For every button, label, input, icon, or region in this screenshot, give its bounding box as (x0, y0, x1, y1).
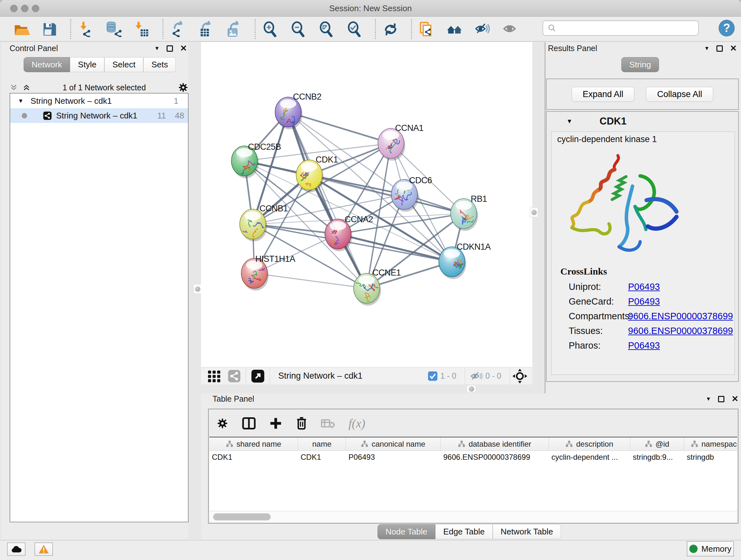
tab-node-table[interactable]: Node Table (378, 524, 435, 539)
network-graph[interactable]: CCNB2CCNA1CDC25BCDK1CDC6RB1CCNB1CCNA2CDK… (201, 42, 532, 367)
zoom-out-icon[interactable] (289, 19, 307, 39)
crosslink-link[interactable]: 9606.ENSP00000378699 (628, 326, 733, 336)
float-panel-icon[interactable] (166, 45, 173, 52)
hide-selected-icon[interactable] (474, 19, 492, 39)
column-header-name[interactable]: name (298, 437, 346, 450)
svg-text:CCNE1: CCNE1 (373, 268, 401, 277)
network-share-toggle-icon[interactable] (228, 370, 241, 382)
tab-style[interactable]: Style (70, 57, 105, 72)
tab-sets[interactable]: Sets (143, 57, 176, 72)
export-image-icon[interactable] (225, 19, 243, 39)
float-panel-icon[interactable] (717, 45, 723, 52)
export-network-icon[interactable] (169, 19, 187, 39)
collapse-all-button[interactable]: Collapse All (646, 87, 713, 102)
network-collection-row[interactable]: ▼ String Network – cdk1 1 (10, 94, 188, 108)
panel-menu-caret-icon[interactable]: ▼ (705, 396, 711, 402)
close-panel-icon[interactable]: ✕ (180, 44, 187, 53)
table-row[interactable]: CDK1CDK1P064939606.ENSP00000378699cyclin… (209, 451, 737, 463)
crosslink-label: Tissues: (569, 326, 628, 336)
table-settings-gear-icon[interactable] (216, 417, 228, 429)
cloud-button[interactable] (7, 543, 25, 556)
search-box[interactable] (542, 20, 699, 36)
column-header-canonicalname[interactable]: canonical name (346, 437, 441, 450)
expand-all-button[interactable]: Expand All (571, 87, 635, 102)
table-cell[interactable]: stringdb (684, 451, 737, 463)
cloud-icon (10, 545, 22, 553)
float-panel-icon[interactable] (718, 396, 724, 402)
collapse-all-chevron-icon[interactable] (10, 83, 18, 91)
crosslink-link[interactable]: P06493 (628, 340, 660, 351)
fit-crosshair-icon[interactable] (513, 369, 527, 383)
zoom-in-icon[interactable] (261, 19, 279, 39)
protein-name: CDK1 (600, 116, 626, 127)
node-table[interactable]: shared namenamecanonical namedatabase id… (209, 437, 737, 511)
help-icon[interactable]: ? (719, 20, 735, 37)
selected-checkbox-icon[interactable] (428, 371, 438, 381)
tab-edge-table[interactable]: Edge Table (435, 524, 493, 539)
column-header-description[interactable]: description (549, 437, 630, 450)
current-network-dot-icon (22, 113, 27, 118)
network-row-selected[interactable]: String Network – cdk1 11 48 (10, 108, 188, 123)
collection-count: 1 (174, 96, 179, 106)
warnings-button[interactable] (35, 543, 53, 556)
svg-text:RB1: RB1 (471, 194, 487, 204)
home-icon[interactable] (446, 19, 464, 39)
gear-icon[interactable] (178, 82, 189, 93)
collection-caret-icon[interactable]: ▼ (18, 98, 23, 105)
birds-eye-view-icon[interactable] (251, 369, 265, 383)
network-share-icon (43, 111, 52, 120)
section-caret-icon[interactable]: ▼ (566, 118, 572, 125)
bottom-splitter-handle[interactable] (467, 385, 476, 393)
table-cell[interactable]: cyclin-dependent ... (549, 451, 630, 463)
svg-text:CDK1: CDK1 (316, 155, 338, 165)
table-cell[interactable]: CDK1 (209, 451, 298, 463)
network-canvas[interactable]: CCNB2CCNA1CDC25BCDK1CDC6RB1CCNB1CCNA2CDK… (201, 42, 532, 367)
crosslink-link[interactable]: 9606.ENSP00000378699 (628, 311, 733, 321)
table-cell[interactable]: 9606.ENSP00000378699 (441, 451, 549, 463)
table-hscrollbar[interactable] (209, 511, 737, 522)
delete-column-trash-icon[interactable] (295, 417, 308, 430)
table-cell[interactable]: CDK1 (298, 451, 346, 463)
duplicate-network-icon[interactable] (418, 19, 435, 39)
import-network-database-icon[interactable] (105, 19, 123, 39)
tab-network-table[interactable]: Network Table (493, 524, 561, 539)
import-table-icon[interactable] (133, 19, 151, 39)
warning-icon (38, 544, 49, 554)
column-header-id[interactable]: @id (630, 437, 684, 450)
tab-network[interactable]: Network (23, 57, 70, 72)
search-icon (548, 23, 556, 33)
status-bar: Memory (0, 540, 741, 560)
export-table-icon[interactable] (197, 19, 215, 39)
column-header-databaseidentifier[interactable]: database identifier (441, 437, 549, 450)
network-row-label: String Network – cdk1 (56, 111, 157, 121)
column-header-sharedname[interactable]: shared name (209, 437, 298, 450)
refresh-icon[interactable] (382, 19, 400, 39)
column-header-namespace[interactable]: namespace (684, 437, 737, 450)
crosslink-link[interactable]: P06493 (628, 282, 660, 292)
table-hscrollbar-thumb[interactable] (213, 513, 271, 520)
open-session-icon[interactable] (13, 19, 30, 39)
tab-string[interactable]: String (621, 57, 659, 72)
zoom-fit-icon[interactable] (318, 19, 335, 39)
panel-menu-caret-icon[interactable]: ▼ (154, 45, 159, 52)
control-panel-title: Control Panel (10, 44, 58, 53)
grid-view-icon[interactable] (207, 369, 221, 383)
panel-menu-caret-icon[interactable]: ▼ (704, 45, 710, 52)
import-network-icon[interactable] (77, 19, 95, 39)
memory-button[interactable]: Memory (687, 541, 734, 557)
left-splitter-handle[interactable] (193, 284, 202, 294)
network-view-title: String Network – cdk1 (278, 371, 428, 381)
show-columns-icon[interactable] (242, 416, 256, 430)
expand-all-chevron-icon[interactable] (22, 83, 30, 91)
search-input[interactable] (560, 23, 698, 33)
table-cell[interactable]: P06493 (346, 451, 441, 463)
add-column-plus-icon[interactable] (269, 417, 282, 430)
right-splitter-handle[interactable] (530, 207, 538, 217)
crosslink-link[interactable]: P06493 (628, 296, 660, 307)
tab-select[interactable]: Select (105, 57, 143, 72)
table-cell[interactable]: stringdb:9... (630, 451, 684, 463)
save-session-icon[interactable] (41, 19, 59, 39)
close-panel-icon[interactable]: ✕ (730, 44, 737, 53)
zoom-selected-icon[interactable] (346, 19, 363, 39)
close-panel-icon[interactable]: ✕ (731, 394, 738, 404)
